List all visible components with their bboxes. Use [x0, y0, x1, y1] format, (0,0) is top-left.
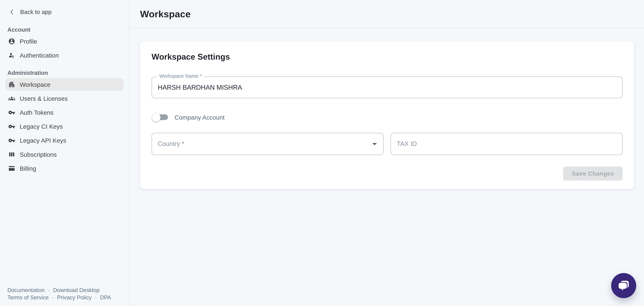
country-select-label: Country *: [158, 140, 184, 147]
settings-card: Workspace Settings Workspace Name * Comp…: [140, 42, 634, 189]
sidebar-footer: Documentation·Download DesktopTerms of S…: [7, 286, 111, 301]
footer-link-privacy-policy[interactable]: Privacy Policy: [57, 294, 92, 301]
country-tax-row: Country *: [152, 133, 622, 155]
sidebar-item-billing[interactable]: Billing: [5, 162, 124, 175]
credit-card-icon: [8, 165, 15, 172]
workspace-name-input[interactable]: [152, 77, 622, 98]
sidebar-item-subscriptions[interactable]: Subscriptions: [5, 148, 124, 161]
account-circle-icon: [8, 38, 15, 45]
building-icon: [8, 81, 15, 88]
main-header: Workspace: [130, 0, 644, 28]
save-changes-button[interactable]: Save Changes: [563, 167, 623, 181]
sidebar-item-label: Legacy CI Keys: [20, 123, 63, 130]
dropdown-arrow-icon: [369, 139, 380, 149]
main-area: Workspace Workspace Settings Workspace N…: [130, 0, 644, 306]
footer-separator: ·: [48, 287, 50, 293]
company-account-row: Company Account: [152, 111, 622, 124]
key-icon: [8, 123, 15, 130]
groups-icon: [8, 95, 15, 102]
sidebar-section-title: Administration: [7, 69, 122, 77]
company-account-label: Company Account: [174, 114, 224, 121]
company-account-toggle[interactable]: [154, 114, 168, 120]
tax-id-field: [390, 133, 622, 155]
footer-link-dpa[interactable]: DPA: [100, 294, 111, 301]
tax-id-input[interactable]: [391, 133, 622, 155]
sidebar-item-label: Auth Tokens: [20, 109, 54, 116]
chevron-left-icon: [8, 9, 15, 15]
footer-row: Documentation·Download Desktop: [7, 287, 111, 293]
sidebar-item-label: Users & Licenses: [20, 95, 68, 102]
sidebar-item-workspace[interactable]: Workspace: [5, 78, 124, 91]
footer-separator: ·: [95, 294, 97, 301]
app-window: Back to app AccountProfileAuthentication…: [0, 0, 644, 306]
sidebar-item-profile[interactable]: Profile: [5, 35, 124, 47]
back-to-app-label: Back to app: [20, 9, 52, 15]
sidebar-item-authentication[interactable]: Authentication: [5, 49, 124, 61]
sidebar-item-legacy-ci-keys[interactable]: Legacy CI Keys: [5, 120, 124, 132]
footer-row: Terms of Service·Privacy Policy·DPA: [7, 294, 111, 301]
sidebar-sections: AccountProfileAuthenticationAdministrati…: [0, 26, 129, 174]
workspace-name-field: Workspace Name *: [152, 76, 622, 98]
sidebar-item-auth-tokens[interactable]: Auth Tokens: [5, 106, 124, 118]
sidebar-item-legacy-api-keys[interactable]: Legacy API Keys: [5, 134, 124, 146]
toggle-thumb: [152, 113, 160, 121]
main-content: Workspace Settings Workspace Name * Comp…: [130, 28, 644, 306]
sidebar-item-label: Subscriptions: [20, 151, 57, 158]
footer-link-documentation[interactable]: Documentation: [7, 287, 44, 293]
sidebar: Back to app AccountProfileAuthentication…: [0, 0, 130, 306]
footer-separator: ·: [52, 294, 54, 301]
page-title: Workspace: [140, 9, 190, 20]
sidebar-item-label: Billing: [20, 165, 36, 172]
back-to-app-button[interactable]: Back to app: [8, 6, 129, 18]
person-key-icon: [8, 52, 15, 59]
key-icon: [8, 109, 15, 116]
key-icon: [8, 137, 15, 144]
card-actions: Save Changes: [152, 167, 622, 181]
sidebar-item-label: Profile: [20, 38, 37, 45]
sidebar-item-users-licenses[interactable]: Users & Licenses: [5, 92, 124, 104]
chat-icon: [617, 279, 630, 292]
card-title: Workspace Settings: [152, 51, 622, 62]
stage: Back to app AccountProfileAuthentication…: [0, 0, 644, 306]
footer-link-terms-of-service[interactable]: Terms of Service: [7, 294, 48, 301]
sidebar-section-title: Account: [7, 26, 122, 34]
workspace-name-label: Workspace Name *: [157, 73, 204, 79]
sidebar-item-label: Authentication: [20, 52, 59, 59]
sidebar-item-label: Legacy API Keys: [20, 137, 66, 144]
footer-link-download-desktop[interactable]: Download Desktop: [53, 287, 100, 293]
sidebar-item-label: Workspace: [20, 81, 50, 88]
country-select[interactable]: Country *: [152, 133, 384, 155]
chat-fab-button[interactable]: [611, 273, 636, 298]
columns-icon: [8, 151, 15, 158]
